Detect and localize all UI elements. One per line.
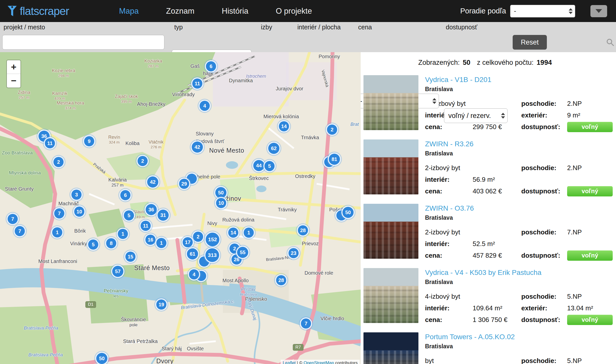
logo[interactable]: flatscraper <box>7 5 69 17</box>
map-cluster-marker[interactable]: 29 <box>178 178 190 190</box>
listing-title-link[interactable]: Vydrica - V4 - K503 by Erik Pastucha <box>425 269 613 277</box>
map-cluster-marker[interactable]: 50 <box>341 206 355 219</box>
availability-label: dostupnosť: <box>521 187 567 195</box>
map-cluster-marker[interactable]: 4 <box>199 100 211 112</box>
floor-value: 2.NP <box>567 100 616 108</box>
listing-type: 1.5-izbový byt <box>425 100 521 108</box>
listing-card[interactable]: Vydrica - V1B - D201 Bratislava 1.5-izbo… <box>361 71 616 135</box>
listing-card[interactable]: Vydrica - V4 - K503 by Erik Pastucha Bra… <box>361 264 616 328</box>
map-cluster-marker[interactable]: 1 <box>51 226 63 238</box>
map-cluster-marker[interactable]: 10 <box>215 197 227 209</box>
listing-city: Bratislava <box>425 86 613 93</box>
openstreetmap-link[interactable]: OpenStreetMap <box>303 360 334 364</box>
map-cluster-marker[interactable]: 6 <box>119 189 131 201</box>
listing-detail-row: 4-izbový byt poschodie: 5.NP <box>425 291 613 302</box>
interior-filter-label: interiér / plocha <box>297 24 341 31</box>
shown-count: 50 <box>463 59 470 66</box>
map-cluster-marker[interactable]: 62 <box>267 142 280 155</box>
floor-label: poschodie: <box>521 293 567 300</box>
search-icon <box>606 38 614 46</box>
map-cluster-marker[interactable]: 152 <box>205 232 220 247</box>
map-cluster-marker[interactable]: 11 <box>44 137 56 149</box>
map-cluster-marker[interactable]: 23 <box>287 247 300 259</box>
map-cluster-marker[interactable]: 9 <box>83 135 95 147</box>
map-cluster-marker[interactable]: 7 <box>7 213 19 225</box>
map-cluster-marker[interactable]: 14 <box>227 227 239 239</box>
exterior-value: 9 m² <box>567 111 616 119</box>
map-cluster-marker[interactable]: 8 <box>105 237 117 249</box>
map-cluster-marker[interactable]: 14 <box>278 120 290 132</box>
map-cluster-marker[interactable]: 2 <box>52 156 65 168</box>
map-cluster-marker[interactable]: 31 <box>157 209 170 222</box>
map-cluster-marker[interactable]: 61 <box>186 247 199 260</box>
listing-title-link[interactable]: ZWIRN - R3.26 <box>425 140 613 148</box>
map-cluster-marker[interactable]: 28 <box>275 274 287 286</box>
map-cluster-marker[interactable]: 50 <box>95 352 108 364</box>
zoom-in-button[interactable]: + <box>7 60 21 74</box>
collapse-panel-button[interactable] <box>590 5 607 17</box>
listing-photo <box>363 268 418 323</box>
map-cluster-marker[interactable]: 1 <box>155 237 167 249</box>
leaflet-link[interactable]: Leaflet <box>283 360 296 364</box>
listing-body: ZWIRN - O3.76 Bratislava 2-izbový byt po… <box>425 204 613 259</box>
listing-title-link[interactable]: Vydrica - V1B - D201 <box>425 76 613 84</box>
map-cluster-marker[interactable]: 81 <box>328 153 341 166</box>
nav-o-projekte[interactable]: O projekte <box>276 7 312 16</box>
logo-text: flatscraper <box>20 5 69 17</box>
map-cluster-marker[interactable]: 11 <box>140 220 152 232</box>
reset-button[interactable]: Reset <box>513 35 547 50</box>
map-cluster-marker[interactable]: 15 <box>124 251 137 263</box>
search-input[interactable] <box>2 35 164 50</box>
map-cluster-marker[interactable]: 19 <box>155 298 167 311</box>
nav-mapa[interactable]: Mapa <box>119 7 139 16</box>
map[interactable]: PomorinyKoziarka287 mGašhájikDynamitkaIs… <box>0 52 361 364</box>
floor-label: poschodie: <box>521 228 567 236</box>
listing-title-link[interactable]: ZWIRN - O3.76 <box>425 204 613 212</box>
availability-select[interactable]: voľný / rezerv. <box>444 108 508 123</box>
chevron-down-icon <box>595 9 602 13</box>
listing-type: 4-izbový byt <box>425 293 521 300</box>
map-cluster-marker[interactable]: 55 <box>236 246 249 259</box>
map-cluster-marker[interactable]: 2 <box>326 124 338 136</box>
map-cluster-marker[interactable]: 10 <box>73 206 85 218</box>
map-cluster-marker[interactable]: 313 <box>204 247 220 263</box>
total-count: 1994 <box>537 59 552 66</box>
availability-label: dostupnosť: <box>521 316 567 324</box>
map-cluster-marker[interactable]: 7 <box>14 225 26 237</box>
map-cluster-marker[interactable]: 17 <box>182 236 194 248</box>
listing-photo <box>363 75 418 130</box>
map-cluster-marker[interactable]: 7 <box>300 317 312 330</box>
map-cluster-marker[interactable]: 5 <box>123 209 135 221</box>
map-cluster-marker[interactable]: 6 <box>205 60 217 72</box>
nav-zoznam[interactable]: Zoznam <box>166 7 195 16</box>
map-cluster-marker[interactable]: 5 <box>87 238 99 251</box>
listing-type: 2-izbový byt <box>425 228 521 236</box>
map-cluster-marker[interactable]: 1 <box>243 227 255 239</box>
map-cluster-marker[interactable]: 42 <box>191 140 204 154</box>
map-cluster-marker[interactable]: 2 <box>192 231 204 243</box>
listing-card[interactable]: ZWIRN - R3.26 Bratislava 2-izbový byt po… <box>361 135 616 199</box>
map-cluster-marker[interactable]: 16 <box>144 234 157 246</box>
nav-historia[interactable]: História <box>222 7 248 16</box>
sort-select[interactable]: - <box>510 5 575 17</box>
listing-card[interactable]: Portum Towers - A.05.KO.02 Bratislava by… <box>361 328 616 364</box>
map-cluster-marker[interactable]: 57 <box>111 265 124 278</box>
map-cluster-marker[interactable]: 7 <box>53 207 65 219</box>
map-cluster-marker[interactable]: 4 <box>188 268 200 280</box>
listing-title-link[interactable]: Portum Towers - A.05.KO.02 <box>425 333 613 341</box>
listing-type: 2-izbový byt <box>425 164 521 172</box>
listing-card[interactable]: ZWIRN - O3.76 Bratislava 2-izbový byt po… <box>361 199 616 264</box>
listing-details: byt poschodie: 5.NP <box>425 355 613 364</box>
interior-value: 56.9 m² <box>473 176 521 184</box>
map-cluster-marker[interactable]: 36 <box>145 203 158 216</box>
map-cluster-marker[interactable]: 2 <box>137 155 149 167</box>
map-cluster-marker[interactable]: 42 <box>146 175 159 189</box>
map-cluster-marker[interactable]: 11 <box>191 77 203 90</box>
listing-city: Bratislava <box>425 279 613 286</box>
zoom-out-button[interactable]: − <box>7 74 21 88</box>
map-cluster-marker[interactable]: 5 <box>263 160 276 172</box>
map-cluster-marker[interactable]: 3 <box>70 189 83 201</box>
map-cluster-marker[interactable]: 28 <box>297 224 309 236</box>
listing-detail-row: cena: 403 062 € dostupnosť: voľný <box>425 185 613 197</box>
map-cluster-marker[interactable]: 1 <box>117 228 129 240</box>
